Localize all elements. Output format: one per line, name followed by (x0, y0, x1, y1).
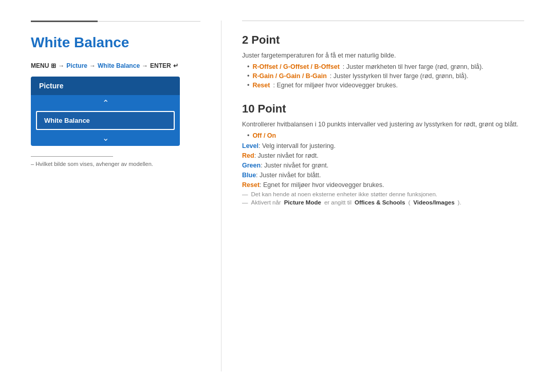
red-line: Red: Juster nivået for rødt. (242, 152, 524, 159)
blue-text: : Juster nivået for blått. (256, 172, 321, 179)
menu-box-item[interactable]: White Balance (36, 111, 175, 130)
green-text: : Juster nivået for grønt. (261, 162, 328, 169)
note2-paren-open: ( (408, 199, 410, 206)
note1: Det kan hende at noen eksterne enheter i… (242, 191, 524, 197)
bullet4-prefix: Off / On (252, 132, 276, 139)
menu-picture: Picture (66, 62, 87, 69)
section2-desc: Kontrollerer hvitbalansen i 10 punkts in… (242, 121, 524, 128)
rule-dark (31, 21, 98, 22)
top-rule-right (242, 21, 524, 21)
red-text: : Juster nivået for rødt. (254, 152, 319, 159)
reset-text: : Egnet for miljøer hvor videovegger bru… (260, 181, 384, 189)
note2-bold1: Picture Mode (284, 199, 321, 206)
bullet1: R-Offset / G-Offset / B-Offset: Juster m… (247, 63, 524, 70)
note2-mid: er angitt til (324, 199, 351, 206)
blue-line: Blue: Juster nivået for blått. (242, 172, 524, 179)
footnote: – Hvilket bilde som vises, avhenger av m… (31, 161, 200, 167)
bullet2-text: : Juster lysstyrken til hver farge (rød,… (330, 72, 469, 80)
note2-bold2: Offices & Schools (355, 199, 405, 206)
reset-line: Reset: Egnet for miljøer hvor videovegge… (242, 181, 524, 189)
bullet3-prefix: Reset (252, 82, 270, 89)
note2-bold3: Videos/Images (413, 199, 454, 206)
arrow2: → (89, 62, 96, 69)
note2-paren-close: ). (458, 199, 461, 206)
menu-label: MENU (31, 62, 49, 69)
bullet2: R-Gain / G-Gain / B-Gain: Juster lysstyr… (247, 72, 524, 80)
enter-icon: ↵ (173, 62, 178, 69)
red-label: Red (242, 152, 254, 159)
section1-title: 2 Point (242, 33, 524, 47)
note1-text: Det kan hende at noen eksterne enheter i… (251, 191, 438, 197)
menu-up-chevron[interactable]: ⌃ (31, 95, 180, 111)
section2-title: 10 Point (242, 102, 524, 116)
bullet4: Off / On (247, 132, 524, 139)
level-line: Level: Velg intervall for justering. (242, 142, 524, 150)
page-title: White Balance (31, 34, 200, 51)
reset-label: Reset (242, 181, 260, 189)
menu-box-header: Picture (31, 77, 180, 95)
rule-light (98, 21, 200, 22)
section1-bullets: R-Offset / G-Offset / B-Offset: Juster m… (247, 63, 524, 89)
bullet3-text: : Egnet for miljøer hvor videovegger bru… (273, 82, 397, 89)
bullet3: Reset: Egnet for miljøer hvor videovegge… (247, 82, 524, 89)
level-text: : Velg intervall for justering. (258, 142, 336, 150)
menu-enter: ENTER (150, 62, 171, 69)
footnote-rule (31, 156, 113, 157)
bullet1-prefix: R-Offset / G-Offset / B-Offset (252, 63, 339, 70)
note2-prefix: Aktivert når (251, 199, 281, 206)
green-line: Green: Juster nivået for grønt. (242, 162, 524, 169)
section2-bullets: Off / On (247, 132, 524, 139)
right-column: 2 Point Juster fargetemperaturen for å f… (221, 21, 524, 371)
menu-path: MENU ⊞ → Picture → White Balance → ENTER… (31, 62, 200, 69)
menu-down-chevron[interactable]: ⌄ (31, 130, 180, 146)
menu-icon: ⊞ (51, 62, 56, 69)
left-column: White Balance MENU ⊞ → Picture → White B… (31, 21, 221, 371)
menu-wb: White Balance (98, 62, 140, 69)
green-label: Green (242, 162, 261, 169)
arrow3: → (142, 62, 148, 69)
white-balance-item[interactable]: White Balance (36, 111, 175, 130)
section1-desc: Juster fargetemperaturen for å få et mer… (242, 52, 524, 59)
level-label: Level (242, 142, 258, 150)
arrow1: → (58, 62, 64, 69)
bullet2-prefix: R-Gain / G-Gain / B-Gain (252, 72, 326, 80)
top-rule-left (31, 21, 200, 22)
blue-label: Blue (242, 172, 256, 179)
menu-box: Picture ⌃ White Balance ⌄ (31, 77, 180, 146)
note2: Aktivert når Picture Mode er angitt til … (242, 199, 524, 206)
bullet1-text: : Juster mørkheten til hver farge (rød, … (343, 63, 484, 70)
